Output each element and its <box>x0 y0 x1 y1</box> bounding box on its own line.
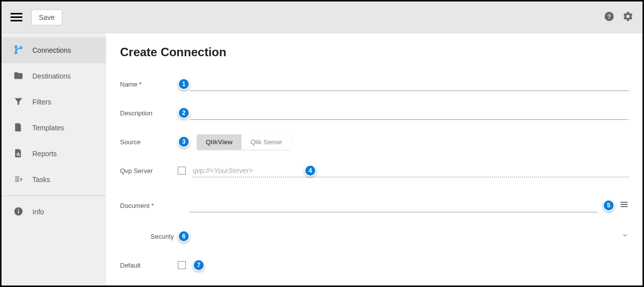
annotation-6: 6 <box>178 230 190 242</box>
form-footer: 8 Save Cancel <box>120 283 629 287</box>
browse-list-icon[interactable] <box>620 201 629 210</box>
annotation-1: 1 <box>178 78 190 90</box>
sidebar-label: Tasks <box>32 176 50 184</box>
svg-rect-7 <box>19 154 20 155</box>
svg-point-3 <box>15 51 17 53</box>
divider <box>1 195 106 196</box>
sidebar-item-destinations[interactable]: Destinations <box>1 63 106 89</box>
annotation-2: 2 <box>178 107 190 119</box>
gear-icon[interactable] <box>623 11 634 24</box>
tasks-icon <box>13 174 23 186</box>
save-button-top[interactable]: Save <box>31 9 62 25</box>
qvp-row: Qvp Server 4 <box>120 160 629 182</box>
security-label: Security <box>120 233 178 240</box>
sidebar-item-templates[interactable]: Templates <box>1 115 106 141</box>
sidebar-label: Filters <box>32 98 51 106</box>
chevron-down-icon <box>622 232 629 241</box>
qvp-checkbox[interactable] <box>178 167 186 175</box>
annotation-3: 3 <box>178 136 190 148</box>
sidebar-label: Reports <box>32 150 57 158</box>
svg-point-2 <box>15 46 17 48</box>
name-label: Name * <box>120 81 178 88</box>
svg-rect-6 <box>18 152 19 156</box>
qvp-input[interactable] <box>193 164 629 178</box>
qvp-label: Qvp Server <box>120 167 178 175</box>
sidebar-item-tasks[interactable]: Tasks <box>1 167 106 192</box>
svg-rect-12 <box>18 210 19 213</box>
sidebar-label: Info <box>32 208 44 216</box>
source-qliksense-button[interactable]: Qlik Sense <box>242 134 291 150</box>
info-icon <box>13 206 23 218</box>
menu-icon[interactable] <box>10 13 22 22</box>
default-checkbox[interactable] <box>178 261 186 269</box>
topbar: Save ? <box>1 1 643 33</box>
source-row: Source 3 QlikView Qlik Sense <box>120 131 629 153</box>
svg-rect-13 <box>18 209 19 210</box>
svg-point-4 <box>20 46 22 48</box>
sidebar: Connections Destinations Filters Templat… <box>1 33 106 286</box>
document-input[interactable] <box>190 199 598 212</box>
sidebar-label: Templates <box>32 124 64 132</box>
annotation-5: 5 <box>603 199 615 211</box>
description-input[interactable] <box>190 106 629 120</box>
annotation-7: 7 <box>193 259 205 271</box>
description-label: Description <box>120 109 178 117</box>
source-qlikview-button[interactable]: QlikView <box>197 134 242 150</box>
file-icon <box>13 122 23 134</box>
svg-text:?: ? <box>607 12 611 20</box>
page-title: Create Connection <box>120 45 629 59</box>
name-row: Name * 1 <box>120 73 629 95</box>
sidebar-label: Connections <box>32 46 71 54</box>
sidebar-label: Destinations <box>32 72 71 80</box>
default-row: Default 7 <box>120 254 629 276</box>
branch-icon <box>13 45 23 56</box>
sidebar-item-filters[interactable]: Filters <box>1 89 106 115</box>
description-row: Description 2 <box>120 102 629 124</box>
folder-icon <box>13 71 23 82</box>
source-segmented: QlikView Qlik Sense <box>197 134 291 150</box>
sidebar-item-connections[interactable]: Connections <box>1 37 106 63</box>
document-label: Document * <box>120 202 178 209</box>
svg-rect-5 <box>17 153 18 156</box>
help-icon[interactable]: ? <box>604 11 615 24</box>
filter-icon <box>13 96 23 108</box>
document-row: Document * 5 <box>120 194 629 216</box>
main-panel: Create Connection Name * 1 Description 2… <box>106 33 643 286</box>
default-label: Default <box>120 262 178 269</box>
name-input[interactable] <box>190 78 629 91</box>
source-label: Source <box>120 138 178 146</box>
security-row[interactable]: Security 6 <box>120 225 629 247</box>
sidebar-item-reports[interactable]: Reports <box>1 141 106 167</box>
annotation-4: 4 <box>304 165 316 177</box>
sidebar-item-info[interactable]: Info <box>1 199 106 225</box>
chart-file-icon <box>13 148 23 160</box>
